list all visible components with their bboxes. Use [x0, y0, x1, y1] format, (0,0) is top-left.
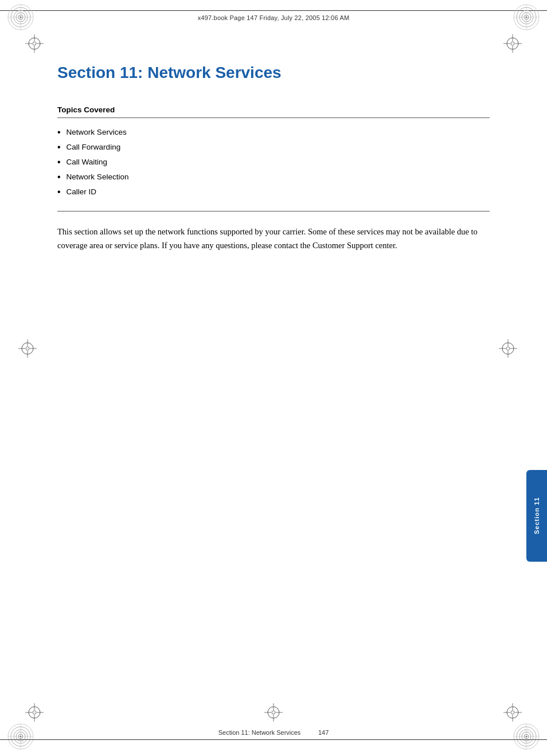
top-right-crosshair — [502, 33, 523, 54]
topics-list: Network Services Call Forwarding Call Wa… — [57, 127, 490, 197]
header-book-info: x497.book Page 147 Friday, July 22, 2005… — [198, 14, 350, 21]
topic-label-network-services: Network Services — [67, 128, 127, 136]
topic-item-call-waiting: Call Waiting — [57, 157, 490, 167]
top-left-spiral-decoration — [6, 2, 36, 32]
footer: Section 11: Network Services 147 — [0, 729, 547, 740]
page: x497.book Page 147 Friday, July 22, 2005… — [0, 0, 547, 756]
footer-text: Section 11: Network Services 147 — [218, 729, 329, 736]
section-11-tab: Section 11 — [526, 470, 547, 562]
topic-label-caller-id: Caller ID — [67, 187, 97, 196]
bottom-left-crosshair — [24, 702, 45, 723]
topics-section: Topics Covered Network Services Call For… — [57, 105, 490, 197]
section-divider — [57, 211, 490, 211]
mid-left-crosshair — [17, 338, 38, 359]
topic-label-call-forwarding: Call Forwarding — [67, 143, 121, 151]
svg-point-63 — [272, 711, 275, 714]
footer-section-label: Section 11: Network Services — [218, 729, 301, 736]
main-content: Section 11: Network Services Topics Cove… — [57, 63, 490, 710]
bottom-center-crosshair — [263, 702, 284, 723]
top-left-crosshair — [24, 33, 45, 54]
svg-point-23 — [511, 42, 514, 45]
section-title: Section 11: Network Services — [57, 63, 490, 83]
svg-point-69 — [511, 711, 514, 714]
footer-page-number: 147 — [318, 729, 329, 736]
topic-item-caller-id: Caller ID — [57, 187, 490, 197]
topic-item-call-forwarding: Call Forwarding — [57, 142, 490, 152]
svg-point-17 — [33, 42, 36, 45]
section-tab-label: Section 11 — [533, 497, 540, 534]
topic-label-call-waiting: Call Waiting — [67, 158, 108, 166]
top-right-spiral-decoration — [511, 2, 541, 32]
topic-item-network-services: Network Services — [57, 127, 490, 138]
svg-point-57 — [33, 711, 36, 714]
body-paragraph: This section allows set up the network f… — [57, 225, 490, 253]
svg-point-29 — [26, 347, 29, 350]
topic-item-network-selection: Network Selection — [57, 172, 490, 182]
svg-point-35 — [506, 347, 510, 350]
topics-header: Topics Covered — [57, 105, 490, 118]
bottom-right-crosshair — [502, 702, 523, 723]
top-header-bar: x497.book Page 147 Friday, July 22, 2005… — [0, 10, 547, 21]
mid-right-crosshair — [498, 338, 518, 359]
topic-label-network-selection: Network Selection — [67, 173, 129, 181]
